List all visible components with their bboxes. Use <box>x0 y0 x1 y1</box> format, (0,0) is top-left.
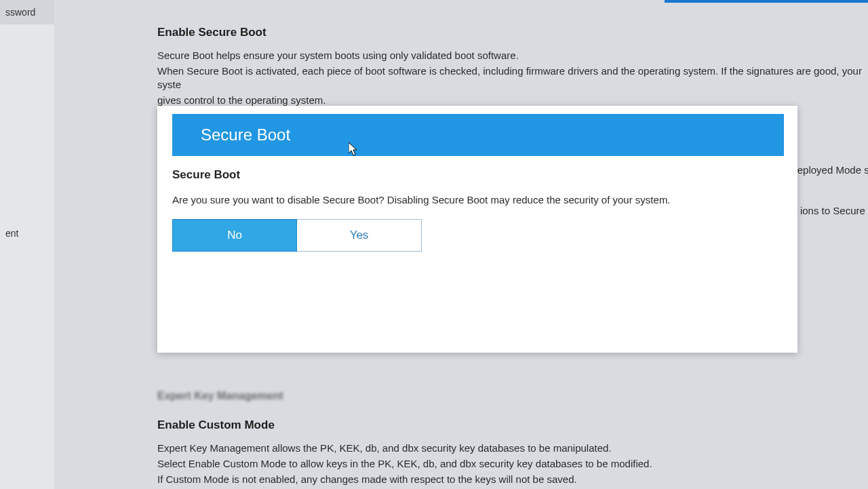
dialog-header-title: Secure Boot <box>201 125 290 144</box>
sidebar: ssword ent <box>0 0 54 489</box>
svg-marker-0 <box>349 142 357 155</box>
secure-boot-desc-line: When Secure Boot is activated, each piec… <box>157 64 868 92</box>
cursor-icon <box>349 142 359 156</box>
sidebar-item-password[interactable]: ssword <box>0 0 54 24</box>
dialog-message: Are you sure you want to disable Secure … <box>172 194 783 206</box>
enable-custom-mode-title: Enable Custom Mode <box>157 418 868 432</box>
custom-mode-desc-line: Select Enable Custom Mode to allow keys … <box>157 457 868 471</box>
truncated-text-right: eployed Mode sh <box>797 164 868 176</box>
custom-mode-desc-line: If Custom Mode is not enabled, any chang… <box>157 473 868 487</box>
no-button[interactable]: No <box>172 219 297 252</box>
secure-boot-desc-line: Secure Boot helps ensure your system boo… <box>157 49 868 63</box>
enable-secure-boot-title: Enable Secure Boot <box>157 26 868 39</box>
truncated-text-right: ions to Secure B <box>800 205 868 216</box>
custom-mode-desc-line: Expert Key Management allows the PK, KEK… <box>157 442 868 456</box>
dialog-header: Secure Boot <box>172 114 784 156</box>
dialog-body: Secure Boot Are you sure you want to dis… <box>157 156 797 252</box>
sidebar-item-ent[interactable]: ent <box>0 221 54 246</box>
dialog-subtitle: Secure Boot <box>172 168 783 182</box>
dialog-buttons: No Yes <box>172 219 783 252</box>
secure-boot-dialog: Secure Boot Secure Boot Are you sure you… <box>157 106 797 353</box>
expert-key-management-title: Expert Key Management <box>157 390 868 402</box>
yes-button[interactable]: Yes <box>297 219 422 252</box>
